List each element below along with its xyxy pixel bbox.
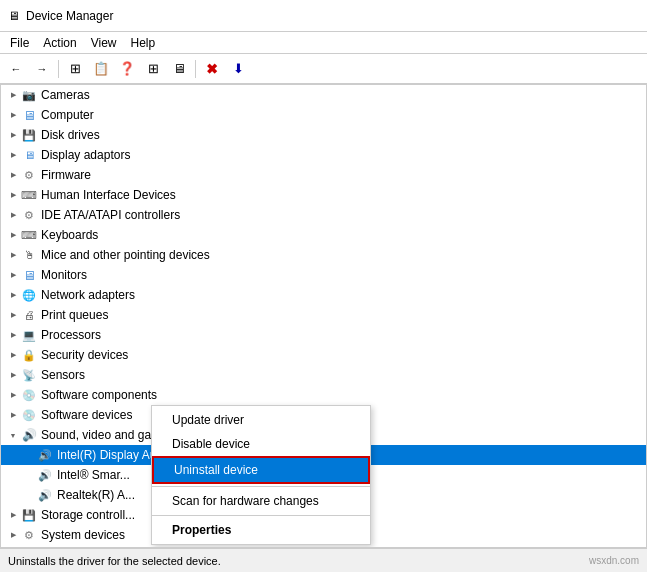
ctx-update-driver-label: Update driver [172, 413, 244, 427]
icon-intel-display-audio: 🔊 [37, 447, 53, 463]
icon-software-devices: 💿 [21, 407, 37, 423]
expand-disk-drives[interactable] [5, 127, 21, 143]
tree-item-processors[interactable]: 💻 Processors [1, 325, 646, 345]
label-cameras: Cameras [41, 88, 90, 102]
main-content[interactable]: 📷 Cameras 🖥 Computer 💾 Disk drives 🖥 Dis… [0, 84, 647, 548]
ctx-properties[interactable]: Properties [152, 518, 370, 542]
tree-item-universal-serial[interactable]: 🔌 Universal Serial B... [1, 545, 646, 548]
icon-human-interface: ⌨ [21, 187, 37, 203]
ctx-scan-hardware-label: Scan for hardware changes [172, 494, 319, 508]
tree-item-firmware[interactable]: ⚙ Firmware [1, 165, 646, 185]
tree-item-software-components[interactable]: 💿 Software components [1, 385, 646, 405]
status-text: Uninstalls the driver for the selected d… [8, 555, 221, 567]
label-display-adaptors: Display adaptors [41, 148, 130, 162]
expand-security[interactable] [5, 347, 21, 363]
icon-realtek: 🔊 [37, 487, 53, 503]
label-software-components: Software components [41, 388, 157, 402]
label-system-devices: System devices [41, 528, 125, 542]
icon-mice: 🖱 [21, 247, 37, 263]
title-bar-text: Device Manager [26, 9, 113, 23]
tree-item-computer[interactable]: 🖥 Computer [1, 105, 646, 125]
toolbar-btn4[interactable]: ⊞ [141, 58, 165, 80]
menu-action[interactable]: Action [37, 34, 82, 52]
toolbar-btn5[interactable]: 🖥 [167, 58, 191, 80]
ctx-disable-device-label: Disable device [172, 437, 250, 451]
icon-processors: 💻 [21, 327, 37, 343]
toolbar-btn3[interactable]: ❓ [115, 58, 139, 80]
toolbar-btn2[interactable]: 📋 [89, 58, 113, 80]
tree-item-network[interactable]: 🌐 Network adapters [1, 285, 646, 305]
expand-display-adaptors[interactable] [5, 147, 21, 163]
expand-system-devices[interactable] [5, 527, 21, 543]
expand-realtek [21, 487, 37, 503]
tree-item-disk-drives[interactable]: 💾 Disk drives [1, 125, 646, 145]
expand-processors[interactable] [5, 327, 21, 343]
ctx-disable-device[interactable]: Disable device [152, 432, 370, 456]
tree-item-print-queues[interactable]: 🖨 Print queues [1, 305, 646, 325]
ctx-scan-hardware[interactable]: Scan for hardware changes [152, 489, 370, 513]
icon-network: 🌐 [21, 287, 37, 303]
ctx-sep1 [152, 486, 370, 487]
menu-bar: File Action View Help [0, 32, 647, 54]
expand-network[interactable] [5, 287, 21, 303]
expand-sound-video[interactable] [5, 427, 21, 443]
ctx-uninstall-device[interactable]: Uninstall device [152, 456, 370, 484]
ctx-sep2 [152, 515, 370, 516]
status-bar: Uninstalls the driver for the selected d… [0, 548, 647, 572]
toolbar-btn1[interactable]: ⊞ [63, 58, 87, 80]
icon-disk-drives: 💾 [21, 127, 37, 143]
tree-item-keyboards[interactable]: ⌨ Keyboards [1, 225, 646, 245]
expand-monitors[interactable] [5, 267, 21, 283]
tree-item-mice[interactable]: 🖱 Mice and other pointing devices [1, 245, 646, 265]
expand-ide-ata[interactable] [5, 207, 21, 223]
expand-keyboards[interactable] [5, 227, 21, 243]
label-print-queues: Print queues [41, 308, 108, 322]
icon-print-queues: 🖨 [21, 307, 37, 323]
label-intel-smart: Intel® Smar... [57, 468, 130, 482]
tree-item-human-interface[interactable]: ⌨ Human Interface Devices [1, 185, 646, 205]
expand-software-devices[interactable] [5, 407, 21, 423]
toolbar-sep1 [58, 60, 59, 78]
ctx-uninstall-device-label: Uninstall device [174, 463, 258, 477]
icon-security: 🔒 [21, 347, 37, 363]
label-realtek: Realtek(R) A... [57, 488, 135, 502]
tree-item-monitors[interactable]: 🖥 Monitors [1, 265, 646, 285]
expand-firmware[interactable] [5, 167, 21, 183]
icon-sensors: 📡 [21, 367, 37, 383]
label-sensors: Sensors [41, 368, 85, 382]
icon-cameras: 📷 [21, 87, 37, 103]
tree-item-security[interactable]: 🔒 Security devices [1, 345, 646, 365]
label-mice: Mice and other pointing devices [41, 248, 210, 262]
icon-universal-serial: 🔌 [21, 547, 37, 548]
expand-sensors[interactable] [5, 367, 21, 383]
expand-cameras[interactable] [5, 87, 21, 103]
toolbar-remove[interactable]: ✖ [200, 58, 224, 80]
icon-ide-ata: ⚙ [21, 207, 37, 223]
label-firmware: Firmware [41, 168, 91, 182]
label-ide-ata: IDE ATA/ATAPI controllers [41, 208, 180, 222]
expand-intel-display-audio [21, 447, 37, 463]
expand-computer[interactable] [5, 107, 21, 123]
tree-item-sensors[interactable]: 📡 Sensors [1, 365, 646, 385]
title-bar: 🖥 Device Manager [0, 0, 647, 32]
expand-human-interface[interactable] [5, 187, 21, 203]
menu-view[interactable]: View [85, 34, 123, 52]
menu-file[interactable]: File [4, 34, 35, 52]
icon-intel-smart: 🔊 [37, 467, 53, 483]
toolbar-download[interactable]: ⬇ [226, 58, 250, 80]
toolbar-forward[interactable]: → [30, 58, 54, 80]
expand-software-components[interactable] [5, 387, 21, 403]
label-keyboards: Keyboards [41, 228, 98, 242]
expand-print-queues[interactable] [5, 307, 21, 323]
expand-universal-serial[interactable] [5, 547, 21, 548]
ctx-update-driver[interactable]: Update driver [152, 408, 370, 432]
title-bar-icon: 🖥 [8, 9, 20, 23]
expand-mice[interactable] [5, 247, 21, 263]
toolbar-back[interactable]: ← [4, 58, 28, 80]
expand-storage[interactable] [5, 507, 21, 523]
tree-item-cameras[interactable]: 📷 Cameras [1, 85, 646, 105]
tree-item-ide-ata[interactable]: ⚙ IDE ATA/ATAPI controllers [1, 205, 646, 225]
tree-item-display-adaptors[interactable]: 🖥 Display adaptors [1, 145, 646, 165]
menu-help[interactable]: Help [125, 34, 162, 52]
label-computer: Computer [41, 108, 94, 122]
